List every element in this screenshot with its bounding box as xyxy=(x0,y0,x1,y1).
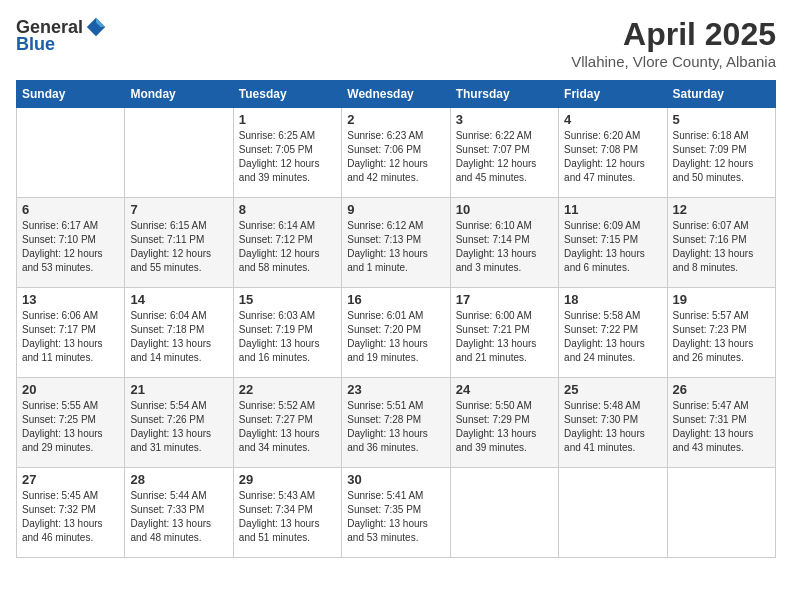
cell-info: Sunrise: 6:17 AMSunset: 7:10 PMDaylight:… xyxy=(22,219,119,275)
cell-info: Sunrise: 5:54 AMSunset: 7:26 PMDaylight:… xyxy=(130,399,227,455)
cell-info: Sunrise: 6:07 AMSunset: 7:16 PMDaylight:… xyxy=(673,219,770,275)
calendar-cell: 7Sunrise: 6:15 AMSunset: 7:11 PMDaylight… xyxy=(125,198,233,288)
calendar-cell: 15Sunrise: 6:03 AMSunset: 7:19 PMDayligh… xyxy=(233,288,341,378)
day-number: 2 xyxy=(347,112,444,127)
calendar-cell: 20Sunrise: 5:55 AMSunset: 7:25 PMDayligh… xyxy=(17,378,125,468)
title-area: April 2025 Vllahine, Vlore County, Alban… xyxy=(571,16,776,70)
cell-info: Sunrise: 5:44 AMSunset: 7:33 PMDaylight:… xyxy=(130,489,227,545)
cell-info: Sunrise: 5:47 AMSunset: 7:31 PMDaylight:… xyxy=(673,399,770,455)
cell-info: Sunrise: 6:12 AMSunset: 7:13 PMDaylight:… xyxy=(347,219,444,275)
day-number: 13 xyxy=(22,292,119,307)
cell-info: Sunrise: 6:18 AMSunset: 7:09 PMDaylight:… xyxy=(673,129,770,185)
header: General Blue April 2025 Vllahine, Vlore … xyxy=(16,16,776,70)
cell-info: Sunrise: 5:43 AMSunset: 7:34 PMDaylight:… xyxy=(239,489,336,545)
cell-info: Sunrise: 6:01 AMSunset: 7:20 PMDaylight:… xyxy=(347,309,444,365)
day-number: 26 xyxy=(673,382,770,397)
calendar-table: Sunday Monday Tuesday Wednesday Thursday… xyxy=(16,80,776,558)
logo-blue: Blue xyxy=(16,34,55,55)
calendar-cell: 1Sunrise: 6:25 AMSunset: 7:05 PMDaylight… xyxy=(233,108,341,198)
day-number: 24 xyxy=(456,382,553,397)
calendar-cell xyxy=(17,108,125,198)
day-number: 23 xyxy=(347,382,444,397)
day-number: 21 xyxy=(130,382,227,397)
calendar-cell: 17Sunrise: 6:00 AMSunset: 7:21 PMDayligh… xyxy=(450,288,558,378)
cell-info: Sunrise: 6:14 AMSunset: 7:12 PMDaylight:… xyxy=(239,219,336,275)
logo: General Blue xyxy=(16,16,107,55)
calendar-cell xyxy=(450,468,558,558)
month-title: April 2025 xyxy=(571,16,776,53)
calendar-cell: 24Sunrise: 5:50 AMSunset: 7:29 PMDayligh… xyxy=(450,378,558,468)
day-number: 10 xyxy=(456,202,553,217)
calendar-cell xyxy=(125,108,233,198)
day-number: 7 xyxy=(130,202,227,217)
cell-info: Sunrise: 6:23 AMSunset: 7:06 PMDaylight:… xyxy=(347,129,444,185)
day-number: 11 xyxy=(564,202,661,217)
cell-info: Sunrise: 5:57 AMSunset: 7:23 PMDaylight:… xyxy=(673,309,770,365)
calendar-cell: 9Sunrise: 6:12 AMSunset: 7:13 PMDaylight… xyxy=(342,198,450,288)
calendar-cell: 14Sunrise: 6:04 AMSunset: 7:18 PMDayligh… xyxy=(125,288,233,378)
day-number: 6 xyxy=(22,202,119,217)
cell-info: Sunrise: 5:52 AMSunset: 7:27 PMDaylight:… xyxy=(239,399,336,455)
cell-info: Sunrise: 5:51 AMSunset: 7:28 PMDaylight:… xyxy=(347,399,444,455)
cell-info: Sunrise: 5:45 AMSunset: 7:32 PMDaylight:… xyxy=(22,489,119,545)
cell-info: Sunrise: 5:48 AMSunset: 7:30 PMDaylight:… xyxy=(564,399,661,455)
cell-info: Sunrise: 5:55 AMSunset: 7:25 PMDaylight:… xyxy=(22,399,119,455)
calendar-week-row: 20Sunrise: 5:55 AMSunset: 7:25 PMDayligh… xyxy=(17,378,776,468)
header-wednesday: Wednesday xyxy=(342,81,450,108)
header-sunday: Sunday xyxy=(17,81,125,108)
calendar-cell: 30Sunrise: 5:41 AMSunset: 7:35 PMDayligh… xyxy=(342,468,450,558)
cell-info: Sunrise: 6:04 AMSunset: 7:18 PMDaylight:… xyxy=(130,309,227,365)
calendar-cell xyxy=(667,468,775,558)
calendar-cell: 22Sunrise: 5:52 AMSunset: 7:27 PMDayligh… xyxy=(233,378,341,468)
cell-info: Sunrise: 6:00 AMSunset: 7:21 PMDaylight:… xyxy=(456,309,553,365)
calendar-week-row: 27Sunrise: 5:45 AMSunset: 7:32 PMDayligh… xyxy=(17,468,776,558)
day-number: 28 xyxy=(130,472,227,487)
cell-info: Sunrise: 6:03 AMSunset: 7:19 PMDaylight:… xyxy=(239,309,336,365)
calendar-week-row: 13Sunrise: 6:06 AMSunset: 7:17 PMDayligh… xyxy=(17,288,776,378)
day-number: 3 xyxy=(456,112,553,127)
calendar-cell: 11Sunrise: 6:09 AMSunset: 7:15 PMDayligh… xyxy=(559,198,667,288)
header-tuesday: Tuesday xyxy=(233,81,341,108)
cell-info: Sunrise: 6:25 AMSunset: 7:05 PMDaylight:… xyxy=(239,129,336,185)
header-monday: Monday xyxy=(125,81,233,108)
day-number: 18 xyxy=(564,292,661,307)
calendar-cell: 6Sunrise: 6:17 AMSunset: 7:10 PMDaylight… xyxy=(17,198,125,288)
day-number: 14 xyxy=(130,292,227,307)
calendar-week-row: 1Sunrise: 6:25 AMSunset: 7:05 PMDaylight… xyxy=(17,108,776,198)
cell-info: Sunrise: 6:22 AMSunset: 7:07 PMDaylight:… xyxy=(456,129,553,185)
day-number: 30 xyxy=(347,472,444,487)
calendar-cell: 12Sunrise: 6:07 AMSunset: 7:16 PMDayligh… xyxy=(667,198,775,288)
cell-info: Sunrise: 5:58 AMSunset: 7:22 PMDaylight:… xyxy=(564,309,661,365)
calendar-cell: 13Sunrise: 6:06 AMSunset: 7:17 PMDayligh… xyxy=(17,288,125,378)
calendar-cell: 27Sunrise: 5:45 AMSunset: 7:32 PMDayligh… xyxy=(17,468,125,558)
calendar-cell: 8Sunrise: 6:14 AMSunset: 7:12 PMDaylight… xyxy=(233,198,341,288)
calendar-cell: 2Sunrise: 6:23 AMSunset: 7:06 PMDaylight… xyxy=(342,108,450,198)
day-number: 20 xyxy=(22,382,119,397)
cell-info: Sunrise: 6:15 AMSunset: 7:11 PMDaylight:… xyxy=(130,219,227,275)
logo-icon xyxy=(85,16,107,38)
calendar-cell: 10Sunrise: 6:10 AMSunset: 7:14 PMDayligh… xyxy=(450,198,558,288)
day-number: 9 xyxy=(347,202,444,217)
day-number: 25 xyxy=(564,382,661,397)
day-number: 27 xyxy=(22,472,119,487)
calendar-cell: 25Sunrise: 5:48 AMSunset: 7:30 PMDayligh… xyxy=(559,378,667,468)
cell-info: Sunrise: 5:41 AMSunset: 7:35 PMDaylight:… xyxy=(347,489,444,545)
day-number: 4 xyxy=(564,112,661,127)
header-thursday: Thursday xyxy=(450,81,558,108)
calendar-week-row: 6Sunrise: 6:17 AMSunset: 7:10 PMDaylight… xyxy=(17,198,776,288)
day-number: 1 xyxy=(239,112,336,127)
location-subtitle: Vllahine, Vlore County, Albania xyxy=(571,53,776,70)
day-number: 19 xyxy=(673,292,770,307)
header-saturday: Saturday xyxy=(667,81,775,108)
calendar-cell: 4Sunrise: 6:20 AMSunset: 7:08 PMDaylight… xyxy=(559,108,667,198)
cell-info: Sunrise: 6:10 AMSunset: 7:14 PMDaylight:… xyxy=(456,219,553,275)
day-number: 17 xyxy=(456,292,553,307)
cell-info: Sunrise: 6:09 AMSunset: 7:15 PMDaylight:… xyxy=(564,219,661,275)
calendar-cell: 19Sunrise: 5:57 AMSunset: 7:23 PMDayligh… xyxy=(667,288,775,378)
calendar-cell: 5Sunrise: 6:18 AMSunset: 7:09 PMDaylight… xyxy=(667,108,775,198)
calendar-header-row: Sunday Monday Tuesday Wednesday Thursday… xyxy=(17,81,776,108)
calendar-cell: 29Sunrise: 5:43 AMSunset: 7:34 PMDayligh… xyxy=(233,468,341,558)
day-number: 16 xyxy=(347,292,444,307)
day-number: 15 xyxy=(239,292,336,307)
cell-info: Sunrise: 5:50 AMSunset: 7:29 PMDaylight:… xyxy=(456,399,553,455)
